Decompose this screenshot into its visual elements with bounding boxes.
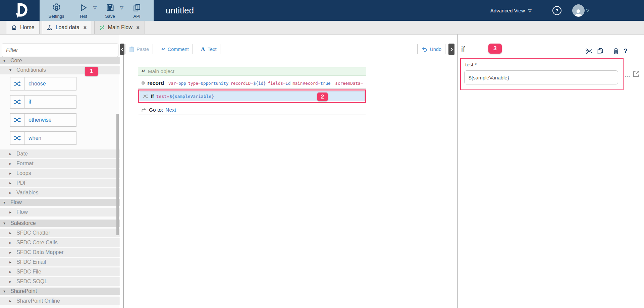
test-label: Test: [79, 14, 87, 19]
settings-button[interactable]: Settings: [43, 0, 70, 21]
chevron-right-icon: [450, 48, 453, 51]
flow-row-goto[interactable]: Go to: Next: [138, 105, 366, 115]
component-when[interactable]: when: [10, 131, 76, 145]
annotation-badge-2: 2: [317, 93, 328, 101]
row-label: SFDC Data Mapper: [16, 249, 64, 255]
advanced-view-menu[interactable]: Advanced View ▽: [490, 8, 532, 13]
paste-button[interactable]: Paste: [125, 44, 153, 54]
goto-next-link[interactable]: Next: [165, 107, 176, 113]
api-button[interactable]: API: [123, 0, 150, 21]
tab-bar: Home Load data ✖ Main Flow ✖: [0, 21, 644, 35]
avatar-dropdown-icon[interactable]: ▽: [586, 8, 589, 13]
sidebar-item-sfdc-chatter[interactable]: ▸ SFDC Chatter: [0, 229, 120, 237]
component-label: choose: [24, 81, 46, 87]
shuffle-icon: [10, 77, 24, 90]
sidebar-item-conditionals[interactable]: ▾ Conditionals: [0, 66, 120, 74]
save-button[interactable]: Save ▽: [97, 0, 123, 21]
delete-button[interactable]: [613, 48, 619, 54]
annotation-highlight-box: test *: [460, 58, 624, 90]
open-external-button[interactable]: [632, 70, 640, 79]
chevron-collapsed-icon: ▸: [9, 171, 13, 176]
filter-input[interactable]: [2, 44, 118, 57]
text-button[interactable]: A Text: [197, 44, 221, 54]
trash-icon: [613, 48, 619, 54]
undo-label: Undo: [430, 47, 441, 52]
database-icon: [141, 80, 145, 86]
cut-button[interactable]: [585, 48, 593, 54]
flow-canvas: Paste “ Comment A Text Undo “: [120, 35, 457, 308]
sidebar-item-date[interactable]: ▸ Date: [0, 149, 120, 158]
sidebar-item-sfdc-data-mapper[interactable]: ▸ SFDC Data Mapper: [0, 248, 120, 257]
collapse-sidebar-button[interactable]: [120, 44, 124, 55]
sidebar-section-salesforce[interactable]: ▾ Salesforce: [0, 220, 120, 227]
quote-icon: “: [161, 49, 165, 53]
app-logo[interactable]: [0, 0, 40, 21]
test-button[interactable]: Test ▽: [70, 0, 97, 21]
component-otherwise[interactable]: otherwise: [10, 113, 76, 127]
top-bar: Settings Test ▽ Save ▽: [0, 0, 644, 21]
flow-row-comment[interactable]: “ Main object: [138, 67, 366, 76]
undo-button[interactable]: Undo: [417, 44, 445, 54]
sidebar-item-variables[interactable]: ▸ Variables: [0, 188, 120, 197]
paste-label: Paste: [137, 47, 149, 52]
copy-button[interactable]: [597, 48, 604, 55]
properties-panel: if 3: [457, 35, 644, 308]
save-icon: [106, 2, 115, 13]
sidebar-section-sharepoint[interactable]: ▾ SharePoint: [0, 288, 120, 295]
sidebar-item-loops[interactable]: ▸ Loops: [0, 169, 120, 178]
close-icon[interactable]: ✖: [83, 25, 87, 30]
row-label: SFDC SOQL: [16, 279, 47, 285]
chevron-collapsed-icon: ▸: [9, 231, 13, 235]
test-field-input[interactable]: [464, 70, 618, 84]
external-link-icon: [632, 70, 640, 78]
panel-help-button[interactable]: ?: [624, 47, 628, 55]
row-label: SharePoint Online: [16, 298, 60, 304]
sidebar-item-pdf[interactable]: ▸ PDF: [0, 179, 120, 187]
row-label: PDF: [16, 180, 27, 186]
sidebar-section-flow[interactable]: ▾ Flow: [0, 199, 120, 206]
flow-row-if[interactable]: if test=${sampleVariable}: [140, 91, 365, 101]
comment-label: Comment: [168, 47, 189, 52]
tab-home[interactable]: Home: [6, 21, 40, 34]
panel-actions: ?: [585, 47, 628, 55]
section-label: SharePoint: [10, 288, 37, 294]
sidebar-item-sfdc-email[interactable]: ▸ SFDC Email: [0, 258, 120, 266]
chevron-expanded-icon: ▾: [3, 289, 7, 294]
sidebar-item-sharepoint-online[interactable]: ▸ SharePoint Online: [0, 297, 120, 305]
sidebar-item-flow[interactable]: ▸ Flow: [0, 208, 120, 217]
sidebar-scrollbar[interactable]: [116, 114, 119, 235]
section-label: Flow: [10, 199, 22, 205]
row-label: SFDC File: [16, 269, 41, 275]
chevron-expanded-icon: ▾: [3, 200, 7, 205]
sidebar-item-sfdc-core-calls[interactable]: ▸ SFDC Core Calls: [0, 238, 120, 247]
chevron-collapsed-icon: ▸: [9, 181, 13, 185]
sidebar-section-core[interactable]: ▾ Core: [0, 57, 120, 64]
comment-button[interactable]: “ Comment: [157, 44, 193, 54]
help-button[interactable]: ?: [552, 6, 561, 15]
more-options-button[interactable]: ...: [625, 72, 630, 79]
gear-icon: [52, 2, 61, 13]
tab-main-flow[interactable]: Main Flow ✖: [94, 21, 145, 34]
scissors-icon: [585, 48, 593, 54]
component-label: otherwise: [24, 117, 51, 123]
save-dropdown-icon[interactable]: ▽: [120, 5, 123, 10]
flow-row-if-selected[interactable]: if test=${sampleVariable}: [138, 89, 366, 103]
collapse-panel-button[interactable]: [448, 44, 454, 55]
undo-icon: [421, 46, 427, 52]
tab-load-data[interactable]: Load data ✖: [42, 21, 92, 34]
component-choose[interactable]: choose: [10, 77, 76, 90]
tab-home-label: Home: [20, 24, 35, 30]
chevron-collapsed-icon: ▸: [9, 260, 13, 264]
avatar[interactable]: [572, 4, 585, 17]
row-label: Variables: [16, 190, 39, 196]
tab-load-data-label: Load data: [56, 24, 79, 30]
sidebar-item-sfdc-file[interactable]: ▸ SFDC File: [0, 267, 120, 276]
splitter-rail[interactable]: [123, 55, 124, 308]
chevron-collapsed-icon: ▸: [9, 240, 13, 245]
sidebar-item-sfdc-soql[interactable]: ▸ SFDC SOQL: [0, 277, 120, 286]
test-dropdown-icon[interactable]: ▽: [93, 5, 97, 10]
component-if[interactable]: if: [10, 95, 76, 109]
close-icon[interactable]: ✖: [136, 25, 140, 30]
flow-row-record[interactable]: record var=opp type=Opportunity recordID…: [138, 78, 366, 88]
sidebar-item-format[interactable]: ▸ Format: [0, 159, 120, 168]
